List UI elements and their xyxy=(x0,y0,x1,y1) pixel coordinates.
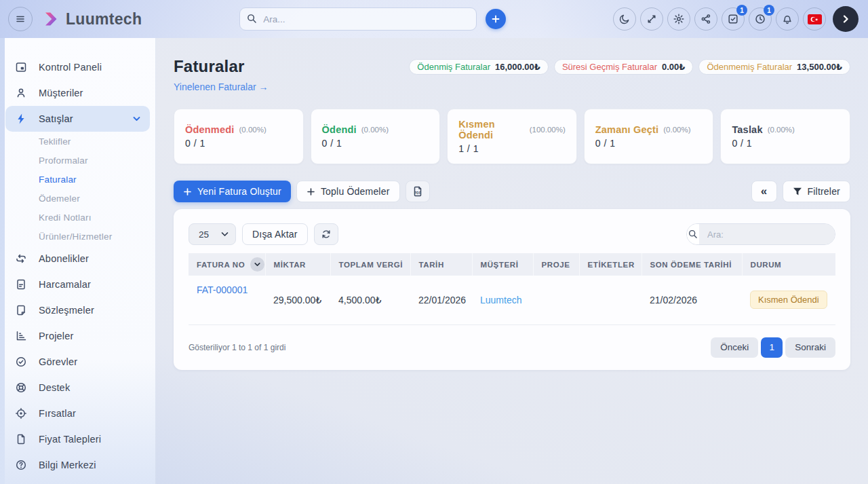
header-icon-group: 1 1 xyxy=(613,6,859,32)
previous-page-button[interactable]: Önceki xyxy=(711,337,758,358)
fullscreen-icon xyxy=(646,13,658,25)
sidebar-item-firsatlar[interactable]: Fırsatlar xyxy=(0,401,155,426)
tasks-button[interactable]: 1 xyxy=(722,7,745,31)
card-label: Taslak xyxy=(732,124,762,135)
status-card-zamani-gecti[interactable]: Zamanı Geçti (0.00%) 0 / 1 xyxy=(584,109,714,164)
gear-icon xyxy=(673,13,685,25)
quick-create-button[interactable] xyxy=(486,9,506,29)
settings-button[interactable] xyxy=(667,7,690,31)
export-button[interactable]: Dışa Aktar xyxy=(242,223,308,245)
column-header-miktar[interactable]: MİKTAR xyxy=(265,253,330,276)
sidebar-item-satislar[interactable]: Satışlar xyxy=(5,106,150,132)
cell-due-date: 21/02/2026 xyxy=(642,276,742,324)
customer-link[interactable]: Luumtech xyxy=(480,295,521,305)
status-card-odendi[interactable]: Ödendi (0.00%) 0 / 1 xyxy=(311,109,441,164)
pill-label: Süresi Geçmiş Faturalar xyxy=(562,62,657,72)
unpaid-invoices-pill: Ödenmemiş Faturalar 13,500.00₺ xyxy=(698,59,850,75)
sidebar-toggle-button[interactable] xyxy=(8,7,33,31)
column-header-fatura-no[interactable]: FATURA NO xyxy=(189,253,265,276)
share-button[interactable] xyxy=(694,7,717,31)
sidebar-item-destek[interactable]: Destek xyxy=(0,375,155,401)
fullscreen-button[interactable] xyxy=(640,7,663,31)
clock-icon xyxy=(754,13,766,25)
sidebar-item-musteriler[interactable]: Müşteriler xyxy=(0,80,155,106)
customers-icon xyxy=(15,87,27,99)
pill-value: 13,500.00₺ xyxy=(797,62,842,72)
tasks-check-icon xyxy=(727,13,739,25)
logo-chevron-icon xyxy=(42,10,60,28)
sidebar-subitem-teklifler[interactable]: Teklifler xyxy=(0,132,155,151)
column-header-son-odeme-tarihi[interactable]: SON ÖDEME TARİHİ xyxy=(642,253,742,276)
status-card-odenmedi[interactable]: Ödenmedi (0.00%) 0 / 1 xyxy=(174,109,304,164)
page-size-value: 25 xyxy=(199,229,209,240)
profile-button[interactable] xyxy=(833,6,859,32)
sidebar-item-projeler[interactable]: Projeler xyxy=(0,323,155,349)
next-page-button[interactable]: Sonraki xyxy=(785,337,835,358)
sidebar-item-bilgi-merkezi[interactable]: Bilgi Merkezi xyxy=(0,452,155,478)
app-root: Luumtech xyxy=(0,0,868,484)
showing-entries-text: Gösteriliyor 1 to 1 of 1 girdi xyxy=(189,343,285,352)
dashboard-icon xyxy=(15,61,27,73)
card-percent: (0.00%) xyxy=(768,126,795,134)
sidebar-item-partial[interactable] xyxy=(0,478,155,484)
sidebar-item-sozlesmeler[interactable]: Sözleşmeler xyxy=(0,297,155,323)
sidebar-subitem-proformalar[interactable]: Proformalar xyxy=(0,151,155,170)
reminders-button[interactable]: 1 xyxy=(749,7,772,31)
card-count: 0 / 1 xyxy=(322,138,429,149)
recurring-invoices-link[interactable]: Yinelenen Faturalar → xyxy=(174,81,269,92)
sidebar-subitem-kredi-notlari[interactable]: Kredi Notları xyxy=(0,208,155,227)
sidebar-item-label: Bilgi Merkezi xyxy=(39,460,96,470)
cell-date: 22/01/2026 xyxy=(410,276,472,324)
status-card-taslak[interactable]: Taslak (0.00%) 0 / 1 xyxy=(720,109,850,164)
column-header-durum[interactable]: DURUM xyxy=(742,253,835,276)
invoices-table-panel: 25 Dışa Aktar xyxy=(174,209,850,370)
current-page-button[interactable]: 1 xyxy=(761,337,783,358)
plus-icon xyxy=(183,187,192,196)
table-search-input[interactable] xyxy=(699,224,835,244)
table-footer: Gösteriliyor 1 to 1 of 1 girdi Önceki 1 … xyxy=(189,337,835,358)
collapse-cards-button[interactable]: « xyxy=(751,181,777,202)
sidebar-item-label: Destek xyxy=(39,382,70,393)
logo-text: Luumtech xyxy=(66,10,142,29)
status-card-kismen-odendi[interactable]: Kısmen Ödendi (100.00%) 1 / 1 xyxy=(447,109,577,164)
table-controls: 25 Dışa Aktar xyxy=(189,223,835,245)
language-button[interactable] xyxy=(803,7,826,31)
column-header-etiketler[interactable]: ETİKETLER xyxy=(579,253,642,276)
sidebar-item-fiyat-talepleri[interactable]: Fiyat Talepleri xyxy=(0,426,155,452)
overdue-invoices-pill: Süresi Geçmiş Faturalar 0.00₺ xyxy=(554,59,694,75)
sidebar-item-label: Fırsatlar xyxy=(39,408,76,419)
sidebar-item-abonelikler[interactable]: Abonelikler xyxy=(0,246,155,272)
sidebar-subitem-urunler-hizmetler[interactable]: Ürünler/Hizmetler xyxy=(0,227,155,246)
column-sort-button[interactable] xyxy=(250,257,264,272)
bulk-payments-button[interactable]: Toplu Ödemeler xyxy=(296,181,400,202)
column-header-proje[interactable]: PROJE xyxy=(533,253,579,276)
actions-row: Yeni Fatura Oluştur Toplu Ödemeler PDF « xyxy=(174,181,850,202)
notifications-button[interactable] xyxy=(776,7,799,31)
card-label: Ödendi xyxy=(322,124,357,135)
column-header-toplam-vergi[interactable]: TOPLAM VERGİ xyxy=(330,253,410,276)
invoices-table: FATURA NO MİKTAR TOPLAM VERGİ TARİH MÜŞT… xyxy=(189,253,835,325)
sidebar-item-harcamalar[interactable]: Harcamalar xyxy=(0,272,155,297)
plus-icon xyxy=(491,14,500,24)
refresh-button[interactable] xyxy=(314,223,338,245)
dark-mode-button[interactable] xyxy=(613,7,636,31)
export-pdf-button[interactable]: PDF xyxy=(406,181,430,202)
column-header-tarih[interactable]: TARİH xyxy=(410,253,472,276)
app-logo[interactable]: Luumtech xyxy=(42,10,142,29)
invoice-link[interactable]: FAT-000001 xyxy=(197,284,248,295)
sidebar-item-gorevler[interactable]: Görevler xyxy=(0,349,155,375)
global-search-input[interactable] xyxy=(239,7,477,31)
filters-button[interactable]: Filtreler xyxy=(783,181,850,202)
pill-label: Ödenmemiş Faturalar xyxy=(707,62,792,72)
page-size-select[interactable]: 25 xyxy=(189,223,236,245)
sidebar-subitem-faturalar[interactable]: Faturalar xyxy=(0,170,155,189)
card-percent: (0.00%) xyxy=(239,126,267,134)
quote-requests-icon xyxy=(15,433,27,445)
new-invoice-button[interactable]: Yeni Fatura Oluştur xyxy=(174,181,291,202)
sidebar: Kontrol Paneli Müşteriler Satışlar Tekli… xyxy=(0,38,156,484)
sidebar-item-kontrol-paneli[interactable]: Kontrol Paneli xyxy=(0,54,155,80)
paid-invoices-pill: Ödenmiş Faturalar 16,000.00₺ xyxy=(409,59,549,75)
sidebar-subitem-odemeler[interactable]: Ödemeler xyxy=(0,189,155,208)
column-header-musteri[interactable]: MÜŞTERİ xyxy=(472,253,533,276)
sidebar-item-label: Sözleşmeler xyxy=(39,305,94,316)
